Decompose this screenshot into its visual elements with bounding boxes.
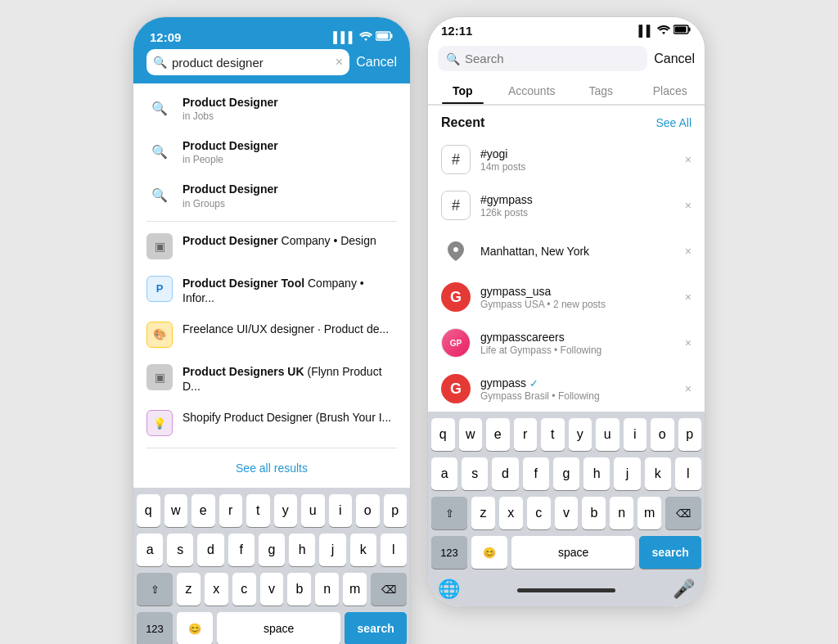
kb2-key-o[interactable]: o — [651, 418, 674, 451]
kb-key-k[interactable]: k — [350, 534, 376, 566]
list-item[interactable]: ▣ Product Designer Company • Design — [133, 225, 410, 268]
list-item[interactable]: P Product Designer Tool Company • Infor.… — [133, 268, 410, 313]
kb2-key-k[interactable]: k — [645, 457, 671, 490]
kb2-key-b[interactable]: b — [582, 497, 606, 529]
kb2-key-f[interactable]: f — [523, 457, 549, 490]
kb-key-j[interactable]: j — [319, 534, 345, 566]
kb-emoji[interactable]: 😊 — [177, 612, 213, 644]
kb-key-n[interactable]: n — [315, 573, 339, 606]
kb2-key-x[interactable]: x — [499, 497, 523, 529]
kb-key-c[interactable]: c — [232, 573, 256, 606]
kb-key-h[interactable]: h — [289, 534, 315, 566]
kb2-key-s[interactable]: s — [462, 457, 488, 490]
kb2-key-p[interactable]: p — [678, 418, 702, 451]
list-item[interactable]: 🔍 Product Designer in Jobs — [133, 87, 410, 130]
search-input-2[interactable] — [465, 52, 639, 65]
close-button-gympass2[interactable]: × — [685, 382, 692, 395]
kb-key-v[interactable]: v — [260, 573, 284, 606]
kb-search[interactable]: search — [345, 612, 407, 644]
phone2-search-wrap[interactable]: 🔍 — [438, 46, 647, 71]
list-item[interactable]: 🔍 Product Designer in People — [133, 130, 410, 173]
list-item[interactable]: 🔍 Product Designer in Groups — [133, 173, 410, 217]
tab-places[interactable]: Places — [636, 78, 705, 104]
suggestion-title-4: Product Designer Company • Design — [182, 233, 397, 248]
kb-key-z[interactable]: z — [177, 573, 200, 606]
kb-key-l[interactable]: l — [381, 534, 407, 566]
list-item[interactable]: G gympass_usa Gympass USA • 2 new posts … — [428, 274, 705, 320]
cancel-button-2[interactable]: Cancel — [654, 52, 695, 66]
list-item[interactable]: ▣ Product Designers UK (Flynn Product D.… — [133, 356, 410, 402]
tab-tags[interactable]: Tags — [566, 78, 636, 104]
list-item[interactable]: 💡 Shopify Product Designer (Brush Your I… — [133, 402, 410, 444]
kb2-key-g[interactable]: g — [553, 457, 579, 490]
kb2-key-c[interactable]: c — [527, 497, 551, 529]
kb-key-r[interactable]: r — [219, 494, 243, 527]
kb2-key-q[interactable]: q — [431, 418, 455, 451]
kb2-key-a[interactable]: a — [431, 457, 457, 490]
kb2-key-r[interactable]: r — [514, 418, 538, 451]
kb-key-q[interactable]: q — [137, 494, 160, 527]
kb-space[interactable]: space — [217, 612, 340, 644]
kb2-shift[interactable]: ⇧ — [431, 497, 467, 529]
close-button-gympass[interactable]: × — [685, 199, 692, 212]
kb-key-a[interactable]: a — [137, 534, 163, 566]
list-item[interactable]: G gympass ✓ Gympass Brasil • Following × — [428, 366, 705, 412]
kb2-key-j[interactable]: j — [614, 457, 640, 490]
kb2-key-t[interactable]: t — [541, 418, 565, 451]
kb-key-g[interactable]: g — [259, 534, 285, 566]
clear-button-1[interactable]: × — [336, 55, 343, 70]
kb-key-x[interactable]: x — [205, 573, 228, 606]
list-item[interactable]: # #gympass 126k posts × — [428, 182, 705, 228]
search-input-1[interactable] — [172, 56, 331, 70]
search-input-wrap-1[interactable]: 🔍 × — [146, 49, 349, 75]
list-item[interactable]: # #yogi 14m posts × — [428, 137, 705, 182]
kb2-key-i[interactable]: i — [624, 418, 647, 451]
kb-key-u[interactable]: u — [301, 494, 325, 527]
kb-key-t[interactable]: t — [246, 494, 270, 527]
kb-key-i[interactable]: i — [329, 494, 353, 527]
kb2-key-m[interactable]: m — [638, 497, 661, 529]
see-all-button[interactable]: See All — [656, 116, 692, 129]
kb-key-e[interactable]: e — [191, 494, 215, 527]
kb2-space[interactable]: space — [511, 536, 635, 569]
list-item[interactable]: 🎨 Freelance UI/UX designer · Product de.… — [133, 313, 410, 356]
close-button-gympass-usa[interactable]: × — [685, 290, 692, 304]
close-button-gympasscareers[interactable]: × — [685, 336, 692, 349]
kb-key-s[interactable]: s — [167, 534, 193, 566]
close-button-manhattan[interactable]: × — [685, 245, 692, 258]
mic-icon-2[interactable]: 🎤 — [673, 579, 695, 600]
kb2-key-e[interactable]: e — [486, 418, 510, 451]
kb2-emoji[interactable]: 😊 — [471, 536, 507, 569]
see-all-results-button[interactable]: See all results — [133, 452, 410, 484]
kb-key-o[interactable]: o — [356, 494, 380, 527]
kb-key-b[interactable]: b — [287, 573, 311, 606]
kb-key-m[interactable]: m — [343, 573, 367, 606]
globe-icon-2[interactable]: 🌐 — [438, 579, 460, 600]
kb2-key-h[interactable]: h — [583, 457, 610, 490]
close-button-yogi[interactable]: × — [685, 153, 692, 166]
tab-accounts[interactable]: Accounts — [498, 78, 567, 104]
kb2-key-y[interactable]: y — [569, 418, 592, 451]
kb-key-f[interactable]: f — [228, 534, 255, 566]
kb2-search[interactable]: search — [639, 536, 701, 569]
kb-backspace[interactable]: ⌫ — [371, 573, 407, 606]
kb-key-w[interactable]: w — [164, 494, 188, 527]
kb2-key-l[interactable]: l — [675, 457, 701, 490]
kb2-key-z[interactable]: z — [471, 497, 495, 529]
kb2-key-u[interactable]: u — [596, 418, 619, 451]
cancel-button-1[interactable]: Cancel — [356, 55, 397, 70]
kb-key-y[interactable]: y — [274, 494, 298, 527]
tab-top[interactable]: Top — [428, 78, 498, 104]
kb2-key-d[interactable]: d — [492, 457, 518, 490]
kb2-key-n[interactable]: n — [610, 497, 633, 529]
kb2-key-w[interactable]: w — [459, 418, 483, 451]
kb-key-d[interactable]: d — [197, 534, 223, 566]
list-item[interactable]: GP gympasscareers Life at Gympass • Foll… — [428, 320, 705, 366]
kb2-numbers[interactable]: 123 — [431, 536, 467, 569]
list-item[interactable]: Manhattan, New York × — [428, 228, 705, 274]
kb2-backspace[interactable]: ⌫ — [665, 497, 701, 529]
kb-shift[interactable]: ⇧ — [137, 573, 173, 606]
kb-numbers[interactable]: 123 — [137, 612, 173, 644]
kb2-key-v[interactable]: v — [555, 497, 579, 529]
kb-key-p[interactable]: p — [384, 494, 408, 527]
